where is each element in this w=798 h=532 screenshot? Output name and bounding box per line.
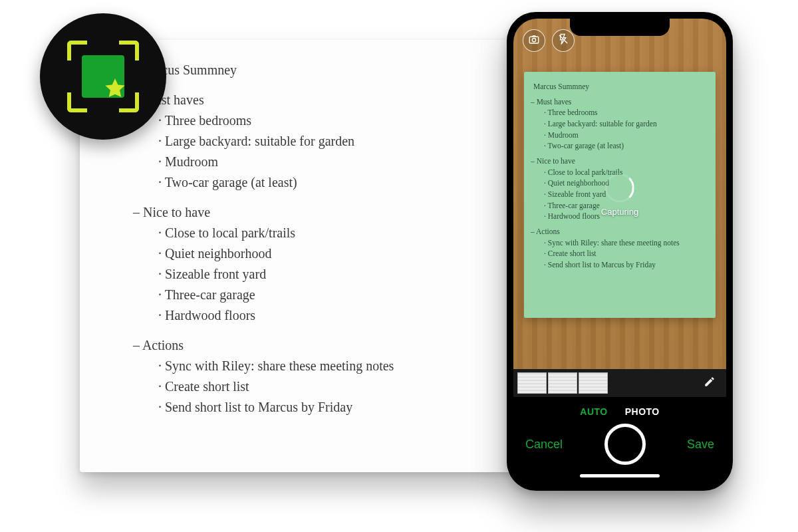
- pencil-icon: [704, 378, 716, 390]
- note-section-list: Close to local park/trails Quiet neighbo…: [146, 223, 485, 326]
- note-section-heading: – Must haves: [133, 90, 485, 110]
- camera-controls: AUTO PHOTO Cancel Save: [513, 397, 726, 484]
- sticky-title: Marcus Summney: [533, 81, 706, 92]
- list-item: Send short list to Marcus by Friday: [158, 397, 485, 418]
- list-item: Three bedrooms: [158, 110, 485, 131]
- capture-thumbnail[interactable]: [579, 372, 608, 394]
- list-item: Close to local park/trails: [544, 167, 706, 178]
- scan-logo-badge: [40, 13, 166, 140]
- camera-viewfinder[interactable]: Marcus Summney – Must haves Three bedroo…: [513, 19, 726, 369]
- sticky-section-list: Close to local park/trails Quiet neighbo…: [539, 167, 706, 222]
- capture-thumbnail[interactable]: [517, 372, 547, 394]
- mode-photo-tab[interactable]: PHOTO: [625, 406, 660, 417]
- list-item: Create short list: [158, 376, 485, 397]
- note-title: Marcus Summney: [140, 60, 485, 80]
- list-item: Two-car garage (at least): [544, 140, 706, 152]
- sticky-section-heading: – Actions: [531, 226, 706, 237]
- home-indicator[interactable]: [580, 474, 660, 477]
- list-item: Close to local park/trails: [158, 223, 485, 243]
- sticky-section-heading: – Must haves: [531, 96, 706, 108]
- shutter-button[interactable]: [604, 424, 646, 465]
- list-item: Three-car garage: [158, 285, 485, 305]
- list-item: Sync with Riley: share these meeting not…: [544, 237, 706, 249]
- list-item: Three-car garage: [544, 200, 706, 211]
- list-item: Three bedrooms: [544, 107, 706, 118]
- sticky-section-heading: – Nice to have: [531, 156, 706, 167]
- note-section-list: Sync with Riley: share these meeting not…: [146, 356, 485, 418]
- list-item: Quiet neighborhood: [158, 243, 485, 264]
- scan-frame-icon: [67, 41, 139, 112]
- list-item: Hardwood floors: [544, 211, 706, 222]
- phone-frame: Marcus Summney – Must haves Three bedroo…: [507, 12, 733, 491]
- capture-mode-switch: AUTO PHOTO: [580, 406, 659, 417]
- list-item: Hardwood floors: [158, 305, 485, 326]
- list-item: Create short list: [544, 248, 706, 259]
- capture-thumbnail-strip: [513, 369, 726, 397]
- sticky-section-list: Sync with Riley: share these meeting not…: [539, 237, 706, 271]
- note-section-heading: – Nice to have: [133, 202, 485, 223]
- switch-camera-button[interactable]: [523, 29, 545, 52]
- mode-auto-tab[interactable]: AUTO: [580, 406, 607, 417]
- flash-toggle-button[interactable]: [552, 29, 575, 52]
- svg-point-1: [532, 39, 535, 42]
- camera-icon: [528, 33, 540, 48]
- edit-captures-button[interactable]: [697, 376, 722, 390]
- captured-sticky-note: Marcus Summney – Must haves Three bedroo…: [524, 72, 716, 318]
- sticky-section-list: Three bedrooms Large backyard: suitable …: [539, 107, 706, 152]
- list-item: Mudroom: [158, 152, 485, 172]
- list-item: Quiet neighborhood: [544, 178, 706, 189]
- list-item: Sync with Riley: share these meeting not…: [158, 356, 485, 376]
- svg-rect-0: [529, 37, 539, 43]
- cancel-button[interactable]: Cancel: [525, 438, 563, 452]
- list-item: Large backyard: suitable for garden: [158, 131, 485, 152]
- phone-notch: [570, 19, 670, 36]
- capture-thumbnail[interactable]: [548, 372, 577, 394]
- phone-screen: Marcus Summney – Must haves Three bedroo…: [513, 19, 726, 484]
- list-item: Sizeable front yard: [544, 189, 706, 200]
- list-item: Sizeable front yard: [158, 264, 485, 285]
- save-button[interactable]: Save: [687, 438, 714, 452]
- flash-off-icon: [557, 33, 569, 48]
- note-section-list: Three bedrooms Large backyard: suitable …: [146, 110, 485, 193]
- list-item: Send short list to Marcus by Friday: [544, 259, 706, 271]
- note-section-heading: – Actions: [133, 335, 485, 356]
- list-item: Two-car garage (at least): [158, 172, 485, 193]
- list-item: Mudroom: [544, 130, 706, 141]
- list-item: Large backyard: suitable for garden: [544, 118, 706, 130]
